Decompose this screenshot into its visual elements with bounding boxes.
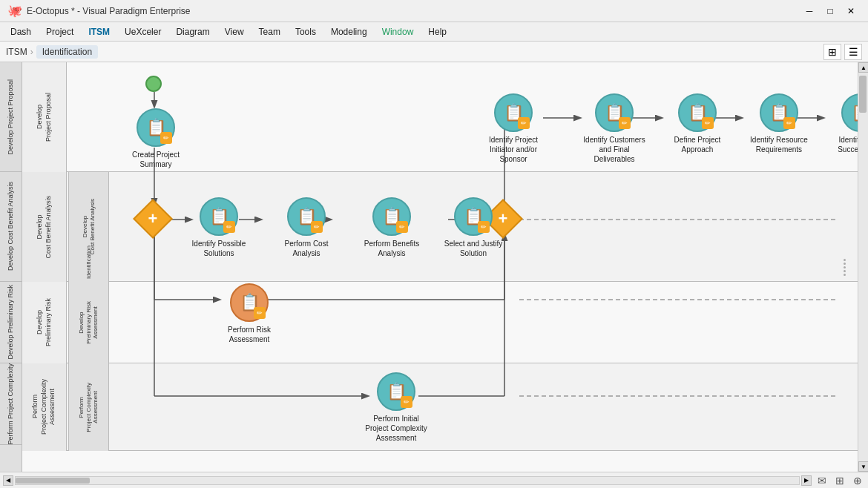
app-title: E-Octopus * - Visual Paradigm Enterprise — [27, 6, 800, 16]
menu-diagram[interactable]: Diagram — [168, 24, 217, 39]
vertical-separator — [842, 62, 847, 472]
app-logo: 🐙 — [7, 4, 22, 18]
menu-help[interactable]: Help — [421, 24, 454, 39]
lane-inner-label-identification: Identification — [68, 172, 109, 282]
task-perform-cost-analysis-label: Perform Cost Analysis — [277, 239, 336, 258]
vscroll-track[interactable] — [858, 73, 868, 461]
main-area: Develop Project Proposal Develop Cost Be… — [0, 62, 868, 472]
menu-modeling[interactable]: Modeling — [323, 24, 375, 39]
task-perform-initial-project-label: Perform Initial Project Complexity Asses… — [365, 414, 428, 443]
task-identify-project-initiator-label: Identify Project Initiator and/or Sponso… — [482, 135, 545, 164]
task-identify-possible-solutions-label: Identify Possible Solutions — [189, 239, 249, 258]
menu-window[interactable]: Window — [375, 24, 421, 39]
sidebar: Develop Project Proposal Develop Cost Be… — [0, 62, 22, 472]
menu-dash[interactable]: Dash — [3, 24, 39, 39]
close-button[interactable]: ✕ — [841, 4, 861, 18]
vscroll-down-button[interactable]: ▼ — [858, 461, 868, 472]
menubar: Dash Project ITSM UeXceler Diagram View … — [0, 22, 868, 42]
task-perform-benefits-analysis[interactable]: 📋 ✏ Perform Benefits Analysis — [362, 197, 421, 258]
task-select-justify-label: Select and Justify Solution — [444, 239, 503, 258]
lane-inner-label-complexity: PerformProject ComplexityAssessment — [68, 363, 109, 451]
breadcrumb: ITSM › Identification ⊞ ☰ — [0, 42, 868, 62]
task-perform-risk-assessment-label: Perform Risk Assessment — [220, 325, 279, 344]
expand-icon[interactable]: ⊕ — [850, 474, 865, 487]
start-event — [145, 76, 162, 92]
hscroll-thumb[interactable] — [16, 478, 90, 484]
task-create-project-summary-label: Create Project Summary — [126, 150, 185, 169]
task-identify-resource[interactable]: 📋 ✏ Identify Resource Requirements — [749, 93, 809, 154]
task-identify-possible-solutions[interactable]: 📋 ✏ Identify Possible Solutions — [189, 197, 249, 258]
minimize-button[interactable]: ─ — [800, 4, 819, 18]
sidebar-tab-project-complexity[interactable]: Perform Project Complexity — [0, 363, 22, 445]
vertical-scrollbar[interactable]: ▲ ▼ — [858, 62, 868, 472]
breadcrumb-icons: ⊞ ☰ — [823, 44, 862, 60]
bottom-right-icons: ✉ ⊞ ⊕ — [815, 474, 865, 487]
task-define-project-approach-label: Define Project Approach — [668, 135, 727, 154]
task-define-project-approach[interactable]: 📋 ✏ Define Project Approach — [668, 93, 727, 154]
breadcrumb-parent[interactable]: ITSM — [6, 47, 27, 57]
sidebar-tab-develop-project[interactable]: Develop Project Proposal — [0, 62, 22, 172]
bottom-bar: ◀ ▶ ✉ ⊞ ⊕ — [0, 472, 868, 488]
lane-inner-label-preliminary-risk: DevelopPreliminary RiskAssessment — [68, 282, 109, 363]
window-controls: ─ □ ✕ — [800, 4, 861, 18]
breadcrumb-separator: › — [30, 47, 33, 57]
task-identify-customers[interactable]: 📋 ✏ Identify Customers and Final Deliver… — [585, 93, 644, 164]
hscroll-left-button[interactable]: ◀ — [3, 475, 13, 486]
navigate-icon[interactable]: ✉ — [815, 474, 829, 487]
sidebar-tab-preliminary-risk[interactable]: Develop Preliminary Risk — [0, 282, 22, 363]
task-identify-resource-label: Identify Resource Requirements — [749, 135, 809, 154]
menu-team[interactable]: Team — [251, 24, 288, 39]
layout-icon[interactable]: ⊞ — [832, 474, 847, 487]
menu-tools[interactable]: Tools — [288, 24, 323, 39]
task-perform-benefits-analysis-label: Perform Benefits Analysis — [362, 239, 421, 258]
menu-uexceler[interactable]: UeXceler — [117, 24, 168, 39]
list-view-button[interactable]: ☰ — [844, 44, 862, 60]
vscroll-thumb[interactable] — [859, 76, 867, 113]
diagram-canvas[interactable]: DevelopProject Proposal DevelopCost Bene… — [22, 62, 858, 472]
maximize-button[interactable]: □ — [821, 4, 840, 18]
gateway-2-plus: + — [489, 205, 517, 233]
vscroll-up-button[interactable]: ▲ — [858, 62, 868, 73]
task-create-project-summary[interactable]: 📋 ✏ Create Project Summary — [126, 108, 185, 169]
grid-view-button[interactable]: ⊞ — [823, 44, 841, 60]
task-perform-risk-assessment[interactable]: 📋 ✏ Perform Risk Assessment — [220, 283, 279, 344]
task-perform-initial-project[interactable]: 📋 ✏ Perform Initial Project Complexity A… — [366, 372, 426, 443]
hscroll-track[interactable] — [15, 476, 800, 485]
task-identify-project-initiator[interactable]: 📋 ✏ Identify Project Initiator and/or Sp… — [484, 93, 543, 164]
gateway-1-plus: + — [139, 205, 167, 233]
menu-itsm[interactable]: ITSM — [81, 24, 117, 39]
task-perform-cost-analysis[interactable]: 📋 ✏ Perform Cost Analysis — [277, 197, 336, 258]
titlebar: 🐙 E-Octopus * - Visual Paradigm Enterpri… — [0, 0, 868, 22]
task-identify-customers-label: Identify Customers and Final Deliverable… — [583, 135, 646, 164]
breadcrumb-current: Identification — [36, 45, 98, 59]
menu-project[interactable]: Project — [39, 24, 81, 39]
menu-view[interactable]: View — [217, 24, 251, 39]
sidebar-tab-cost-benefit[interactable]: Develop Cost Benefit Analysis — [0, 172, 22, 282]
hscroll-right-button[interactable]: ▶ — [801, 475, 812, 486]
